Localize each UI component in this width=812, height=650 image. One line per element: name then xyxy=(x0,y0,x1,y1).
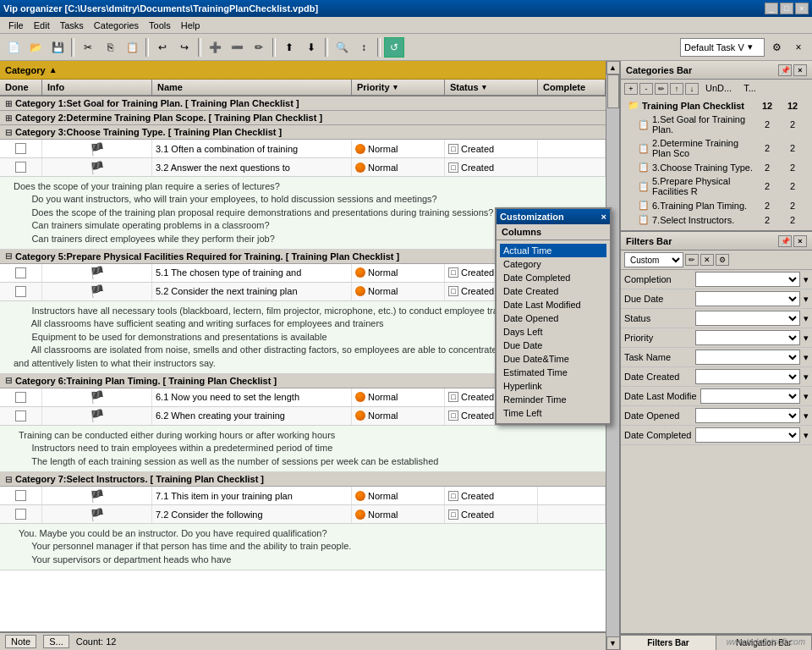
filter-status-select[interactable] xyxy=(695,311,800,326)
category-row-2[interactable]: ⊞ Category 2:Determine Training Plan Sco… xyxy=(0,111,606,125)
cat-down-button[interactable]: ↓ xyxy=(685,83,699,95)
undo-button[interactable]: ↩ xyxy=(152,37,173,58)
close-view-button[interactable]: × xyxy=(788,37,809,58)
dialog-item-hyperlink[interactable]: Hyperlink xyxy=(500,379,606,393)
down-button[interactable]: ⬇ xyxy=(301,37,321,58)
dialog-item-date-last-modified[interactable]: Date Last Modified xyxy=(500,298,606,311)
dialog-item-date-completed[interactable]: Date Completed xyxy=(500,271,606,284)
add-button[interactable]: ➕ xyxy=(205,37,225,58)
dialog-item-estimated-time[interactable]: Estimated Time xyxy=(500,366,606,379)
filter-edit-button[interactable]: ✏ xyxy=(685,254,699,266)
note-icon[interactable]: 🏴 xyxy=(90,409,104,422)
tree-item-root[interactable]: 📁 Training Plan Checklist 12 12 xyxy=(624,98,809,113)
cut-button[interactable]: ✂ xyxy=(78,37,98,58)
filter-duedate-select[interactable] xyxy=(695,291,800,306)
dialog-item-reminder-time[interactable]: Reminder Time xyxy=(500,393,606,406)
menu-file[interactable]: File xyxy=(3,19,29,32)
task-checkbox[interactable] xyxy=(15,143,26,154)
dialog-item-actual-time[interactable]: Actual Time xyxy=(500,244,606,257)
expand-icon-3[interactable]: ⊟ xyxy=(5,128,12,137)
paste-button[interactable]: 📋 xyxy=(122,37,142,58)
category-row-7[interactable]: ⊟ Category 7:Select Instructors. [ Train… xyxy=(0,472,606,487)
menu-tools[interactable]: Tools xyxy=(144,19,176,32)
close-button[interactable]: × xyxy=(795,3,809,14)
cat-bar-pin-button[interactable]: 📌 xyxy=(778,64,792,76)
expand-icon-2[interactable]: ⊞ xyxy=(5,113,12,123)
menu-categories[interactable]: Categories xyxy=(89,19,144,32)
filter-button[interactable]: 🔍 xyxy=(332,37,352,58)
note-icon[interactable]: 🏴 xyxy=(90,142,104,156)
col-status[interactable]: Status ▾ xyxy=(445,80,538,95)
menu-tasks[interactable]: Tasks xyxy=(55,19,89,32)
expand-icon-7[interactable]: ⊟ xyxy=(5,475,12,484)
expand-icon-5[interactable]: ⊟ xyxy=(5,251,12,261)
sort-button[interactable]: ↕ xyxy=(354,37,374,58)
note-icon[interactable]: 🏴 xyxy=(90,266,104,279)
dialog-item-time-left[interactable]: Time Left xyxy=(500,406,606,420)
note-icon[interactable]: 🏴 xyxy=(90,161,104,174)
dialog-item-category[interactable]: Category xyxy=(500,257,606,271)
minimize-button[interactable]: _ xyxy=(765,3,778,14)
delete-button[interactable]: ➖ xyxy=(227,37,247,58)
task-checkbox[interactable] xyxy=(15,286,26,297)
scroll-thumb[interactable] xyxy=(607,74,619,108)
custom-filter-select[interactable]: Custom xyxy=(624,252,683,267)
dialog-columns-tab[interactable]: Columns xyxy=(497,224,610,240)
filter-datecompleted-select[interactable] xyxy=(695,427,800,443)
note-icon[interactable]: 🏴 xyxy=(90,489,104,503)
copy-button[interactable]: ⎘ xyxy=(100,37,120,58)
cat-new-button[interactable]: + xyxy=(624,83,638,95)
cat-delete-button[interactable]: - xyxy=(639,83,653,95)
category-row-1[interactable]: ⊞ Category 1:Set Goal for Training Plan.… xyxy=(0,96,606,111)
task-checkbox[interactable] xyxy=(15,267,26,278)
filter-priority-select[interactable] xyxy=(695,330,800,345)
scroll-down-button[interactable]: ▼ xyxy=(606,636,620,650)
maximize-button[interactable]: □ xyxy=(780,3,793,14)
tree-item-5[interactable]: 📋 5.Prepare Physical Facilities R 2 2 xyxy=(624,174,809,198)
tree-item-6[interactable]: 📋 6.Training Plan Timing. 2 2 xyxy=(624,198,809,212)
expand-icon-6[interactable]: ⊟ xyxy=(5,376,12,385)
dialog-item-date-created[interactable]: Date Created xyxy=(500,284,606,298)
category-sort-icon[interactable]: ▲ xyxy=(49,65,58,74)
tree-item-1[interactable]: 📋 1.Set Goal for Training Plan. 2 2 xyxy=(624,113,809,136)
save-button[interactable]: 💾 xyxy=(47,37,68,58)
cat-edit-button[interactable]: ✏ xyxy=(655,83,668,95)
cat-up-button[interactable]: ↑ xyxy=(670,83,683,95)
filter-bar-pin-button[interactable]: 📌 xyxy=(778,235,792,247)
task-checkbox[interactable] xyxy=(15,162,26,173)
open-button[interactable]: 📂 xyxy=(25,37,46,58)
note-tab[interactable]: Note xyxy=(5,635,36,648)
filter-datelastmod-select[interactable] xyxy=(700,388,800,404)
tree-item-3[interactable]: 📋 3.Choose Training Type. 2 2 xyxy=(624,160,809,174)
filter-taskname-select[interactable] xyxy=(695,350,800,365)
new-task-button[interactable]: 📄 xyxy=(3,37,24,58)
filter-settings-button[interactable]: ⚙ xyxy=(716,254,729,266)
task-checkbox[interactable] xyxy=(15,410,26,421)
tree-item-7[interactable]: 📋 7.Select Instructors. 2 2 xyxy=(624,212,809,227)
expand-icon-1[interactable]: ⊞ xyxy=(5,99,12,108)
dialog-item-due-date[interactable]: Due Date xyxy=(500,339,606,352)
filters-bar-tab[interactable]: Filters Bar xyxy=(621,636,716,650)
note-icon[interactable]: 🏴 xyxy=(90,508,104,521)
category-row-3[interactable]: ⊟ Category 3:Choose Training Type. [ Tra… xyxy=(0,125,606,140)
up-button[interactable]: ⬆ xyxy=(279,37,299,58)
cat-bar-close-button[interactable]: × xyxy=(793,64,807,76)
dialog-item-date-opened[interactable]: Date Opened xyxy=(500,311,606,325)
redo-button[interactable]: ↪ xyxy=(174,37,195,58)
dialog-item-due-date-time[interactable]: Due Date&Time xyxy=(500,352,606,366)
edit-button[interactable]: ✏ xyxy=(249,37,269,58)
dialog-item-days-left[interactable]: Days Left xyxy=(500,325,606,339)
view-options-button[interactable]: ⚙ xyxy=(766,37,787,58)
dialog-close-button[interactable]: × xyxy=(601,212,606,222)
task-checkbox[interactable] xyxy=(15,490,26,501)
col-priority[interactable]: Priority ▾ xyxy=(352,80,445,95)
note-icon[interactable]: 🏴 xyxy=(90,390,104,404)
tree-item-2[interactable]: 📋 2.Determine Training Plan Sco 2 2 xyxy=(624,136,809,160)
refresh-button[interactable]: ↺ xyxy=(384,37,404,58)
menu-edit[interactable]: Edit xyxy=(29,19,55,32)
note-icon[interactable]: 🏴 xyxy=(90,284,104,298)
scroll-up-button[interactable]: ▲ xyxy=(606,61,620,74)
task-checkbox[interactable] xyxy=(15,392,26,403)
task-view-dropdown[interactable]: Default Task V ▾ xyxy=(680,38,765,57)
filter-dateopened-select[interactable] xyxy=(695,408,800,423)
